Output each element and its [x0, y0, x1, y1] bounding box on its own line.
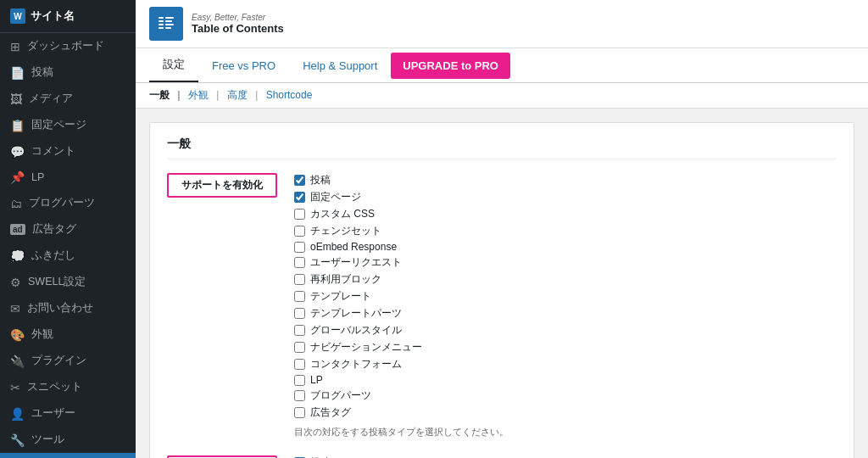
sidebar-item-posts[interactable]: 📄 投稿: [0, 59, 136, 86]
sidebar-label: 外観: [31, 327, 53, 342]
support-checkbox-user-request[interactable]: ユーザーリクエスト: [294, 255, 837, 270]
checkbox-user-request[interactable]: [294, 257, 305, 268]
checkbox-template-part[interactable]: [294, 308, 305, 319]
contact-icon: ✉: [10, 302, 20, 316]
support-checkbox-blog-parts[interactable]: ブログパーツ: [294, 388, 837, 403]
sidebar-item-contact[interactable]: ✉ お問い合わせ: [0, 295, 136, 321]
toc-logo-icon: [154, 12, 178, 36]
svg-rect-6: [165, 24, 174, 25]
support-checkbox-global-style[interactable]: グローバルスタイル: [294, 323, 837, 338]
checkbox-reuse-block[interactable]: [294, 274, 305, 285]
sidebar-label: 投稿: [31, 65, 53, 80]
support-checkbox-pages[interactable]: 固定ページ: [294, 190, 837, 204]
appearance-icon: 🎨: [10, 328, 25, 342]
tab-bar: 設定 Free vs PRO Help & Support UPGRADE to…: [136, 48, 868, 83]
plugin-tagline: Easy, Better, Faster: [192, 13, 284, 22]
sidebar-item-pages[interactable]: 📋 固定ページ: [0, 112, 136, 138]
snippets-icon: ✂: [10, 381, 20, 394]
support-checkbox-contact-form[interactable]: コンタクトフォーム: [294, 357, 837, 371]
wordpress-logo: W サイト名: [0, 0, 136, 33]
sidebar-label: コメント: [31, 144, 75, 159]
subnav-advanced[interactable]: 高度: [227, 89, 261, 101]
checkbox-posts[interactable]: [294, 175, 305, 186]
checkbox-oembed[interactable]: [294, 242, 305, 253]
checkbox-contact-form[interactable]: [294, 359, 305, 370]
subnav-appearance[interactable]: 外観: [188, 89, 222, 101]
sidebar-item-snippets[interactable]: ✂ スニペット: [0, 374, 136, 400]
tools-icon: 🔧: [10, 433, 25, 447]
checkbox-template[interactable]: [294, 291, 305, 302]
checkbox-lp[interactable]: [294, 375, 305, 386]
support-checkbox-ad-tag[interactable]: 広告タグ: [294, 405, 837, 420]
support-label: サポートを有効化: [167, 173, 277, 198]
svg-rect-4: [165, 20, 172, 22]
main-content: Easy, Better, Faster Table of Contents 設…: [136, 0, 868, 458]
sidebar-item-ad-tag[interactable]: ad 広告タグ: [0, 216, 136, 243]
sidebar-label: プラグイン: [31, 354, 86, 368]
tab-upgrade[interactable]: UPGRADE to PRO: [391, 53, 510, 79]
support-checkbox-custom-css[interactable]: カスタム CSS: [294, 207, 837, 221]
plugin-header: Easy, Better, Faster Table of Contents: [136, 0, 868, 48]
fukidashi-icon: 💭: [10, 249, 25, 263]
support-checkbox-template[interactable]: テンプレート: [294, 289, 837, 304]
sidebar-label: 広告タグ: [32, 222, 76, 237]
sidebar-label: ふきだし: [31, 249, 75, 263]
subnav-general[interactable]: 一般: [149, 89, 183, 101]
sidebar-item-fukidashi[interactable]: 💭 ふきだし: [0, 243, 136, 269]
sidebar-item-plugins[interactable]: 🔌 プラグイン: [0, 348, 136, 374]
checkbox-ad-tag[interactable]: [294, 407, 305, 418]
checkbox-pages[interactable]: [294, 192, 305, 203]
sidebar-item-dashboard[interactable]: ⊞ ダッシュボード: [0, 33, 136, 59]
checkbox-global-style[interactable]: [294, 325, 305, 336]
svg-rect-5: [159, 24, 164, 25]
support-checkbox-posts[interactable]: 投稿: [294, 173, 837, 187]
support-row: サポートを有効化 投稿 固定ページ カスタム CSS: [167, 173, 837, 438]
sidebar-label: ツール: [31, 433, 64, 447]
posts-icon: 📄: [10, 66, 25, 80]
subnav-shortcode[interactable]: Shortcode: [266, 89, 318, 101]
tab-help[interactable]: Help & Support: [289, 51, 391, 82]
tab-settings[interactable]: 設定: [149, 48, 198, 82]
checkbox-custom-css[interactable]: [294, 209, 305, 220]
support-checkbox-reuse-block[interactable]: 再利用ブロック: [294, 272, 837, 287]
svg-rect-2: [165, 17, 174, 19]
comments-icon: 💬: [10, 145, 25, 159]
sidebar-item-lp[interactable]: 📌 LP: [0, 165, 136, 190]
plugins-icon: 🔌: [10, 355, 25, 368]
support-checkboxes: 投稿 固定ページ カスタム CSS チェンジセット: [294, 173, 837, 438]
settings-card: 一般 サポートを有効化 投稿 固定ページ カスタム CSS: [149, 122, 854, 458]
checkbox-nav-menu[interactable]: [294, 342, 305, 353]
sidebar-item-appearance[interactable]: 🎨 外観: [0, 321, 136, 348]
sidebar-label: ユーザー: [31, 406, 75, 421]
sidebar-item-media[interactable]: 🖼 メディア: [0, 86, 136, 112]
sidebar-item-blog-parts[interactable]: 🗂 ブログパーツ: [0, 190, 136, 216]
checkbox-blog-parts[interactable]: [294, 390, 305, 401]
support-checkbox-template-part[interactable]: テンプレートパーツ: [294, 306, 837, 321]
site-name: サイト名: [31, 8, 75, 24]
lp-icon: 📌: [10, 170, 25, 184]
sidebar-item-tools[interactable]: 🔧 ツール: [0, 427, 136, 453]
sidebar-item-settings[interactable]: ⚙ 設定 ◀: [0, 453, 136, 458]
tab-free-vs-pro[interactable]: Free vs PRO: [198, 51, 289, 82]
sidebar-item-users[interactable]: 👤 ユーザー: [0, 400, 136, 427]
sidebar-item-swell[interactable]: ⚙ SWELL設定: [0, 269, 136, 295]
sidebar-item-comments[interactable]: 💬 コメント: [0, 138, 136, 165]
support-checkbox-nav-menu[interactable]: ナビゲーションメニュー: [294, 340, 837, 355]
checkbox-changeset[interactable]: [294, 226, 305, 237]
support-checkbox-oembed[interactable]: oEmbed Response: [294, 241, 837, 253]
users-icon: 👤: [10, 407, 25, 421]
swell-icon: ⚙: [10, 276, 21, 289]
settings-subnav: 一般 外観 高度 Shortcode: [136, 83, 868, 109]
sidebar-label: 固定ページ: [31, 118, 86, 132]
sidebar-label: メディア: [29, 92, 73, 106]
pages-icon: 📋: [10, 119, 25, 132]
wp-icon: W: [10, 8, 25, 24]
svg-rect-3: [159, 20, 164, 22]
svg-rect-7: [159, 27, 164, 29]
support-checkbox-changeset[interactable]: チェンジセット: [294, 224, 837, 238]
plugin-name: Table of Contents: [192, 22, 284, 35]
support-checkbox-lp[interactable]: LP: [294, 374, 837, 386]
settings-content: 一般 サポートを有効化 投稿 固定ページ カスタム CSS: [136, 109, 868, 458]
sidebar-label: SWELL設定: [28, 275, 86, 289]
svg-rect-1: [159, 17, 164, 19]
